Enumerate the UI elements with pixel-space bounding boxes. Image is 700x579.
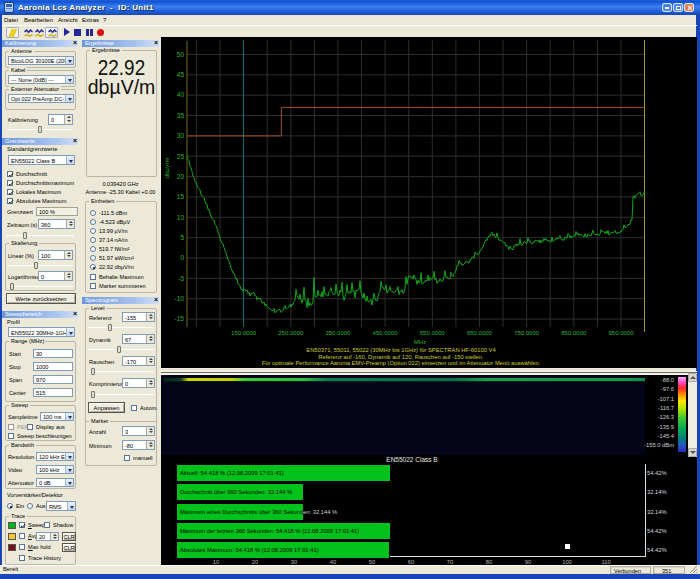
svg-text:15: 15 <box>177 193 185 200</box>
svg-text:250.0000: 250.0000 <box>278 330 304 336</box>
svg-text:450.0000: 450.0000 <box>373 330 399 336</box>
svg-text:750.0000: 750.0000 <box>514 330 540 336</box>
svg-text:350.0000: 350.0000 <box>325 330 351 336</box>
svg-text:25: 25 <box>177 153 185 160</box>
svg-text:950.0000: 950.0000 <box>608 330 634 336</box>
svg-text:-5: -5 <box>178 275 184 282</box>
svg-text:550.0000: 550.0000 <box>420 330 446 336</box>
svg-text:35: 35 <box>177 112 185 119</box>
svg-text:30: 30 <box>177 132 185 139</box>
svg-text:850.0000: 850.0000 <box>561 330 587 336</box>
svg-text:dbµV/m: dbµV/m <box>164 158 170 179</box>
svg-text:0: 0 <box>180 254 184 261</box>
svg-text:45: 45 <box>177 71 185 78</box>
svg-text:EN50371, 55011, 55022 (30MHz b: EN50371, 55011, 55022 (30MHz bis 1GHz) f… <box>306 347 496 353</box>
svg-text:20: 20 <box>177 173 185 180</box>
svg-text:40: 40 <box>177 91 185 98</box>
svg-text:50: 50 <box>177 51 185 58</box>
svg-text:MHz: MHz <box>414 339 426 345</box>
svg-text:Für optimale Performance Aaron: Für optimale Performance Aaronia EMV-Pre… <box>262 360 541 366</box>
svg-text:-15: -15 <box>175 315 185 322</box>
svg-text:650.0000: 650.0000 <box>467 330 493 336</box>
svg-text:10: 10 <box>177 214 185 221</box>
svg-text:-10: -10 <box>175 295 185 302</box>
svg-text:150.0000: 150.0000 <box>231 330 257 336</box>
svg-text:Referenz auf -160, Dynamik auf: Referenz auf -160, Dynamik auf 120, Raus… <box>318 354 484 360</box>
svg-text:5: 5 <box>180 234 184 241</box>
